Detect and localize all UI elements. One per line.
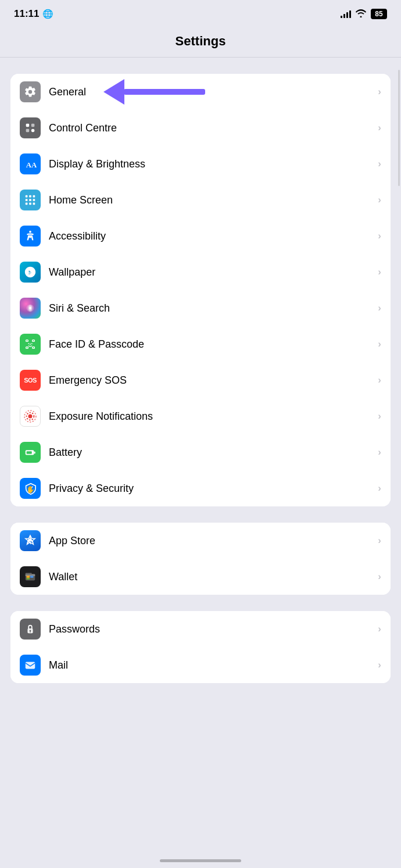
svg-rect-40 bbox=[26, 573, 32, 575]
home-bar bbox=[160, 859, 241, 862]
accessibility-label: Accessibility bbox=[49, 230, 373, 242]
svg-point-3 bbox=[31, 129, 35, 133]
scrollbar[interactable] bbox=[398, 70, 400, 186]
page-title: Settings bbox=[176, 34, 226, 49]
control-centre-chevron: › bbox=[378, 122, 381, 134]
siri-icon bbox=[20, 298, 41, 319]
accessibility-chevron: › bbox=[378, 230, 381, 242]
exposure-notifications-label: Exposure Notifications bbox=[49, 410, 373, 423]
page-title-bar: Settings bbox=[0, 24, 401, 58]
wallet-icon bbox=[20, 566, 41, 587]
face-id-label: Face ID & Passcode bbox=[49, 338, 373, 351]
svg-point-16 bbox=[27, 269, 30, 272]
app-store-label: App Store bbox=[49, 535, 373, 547]
privacy-security-label: Privacy & Security bbox=[49, 483, 373, 495]
svg-text:A: A bbox=[27, 538, 32, 546]
face-id-icon bbox=[20, 334, 41, 355]
settings-row-wallet[interactable]: Wallet › bbox=[10, 559, 391, 595]
settings-row-mail[interactable]: Mail › bbox=[10, 647, 391, 683]
svg-rect-5 bbox=[26, 195, 28, 198]
wifi-icon bbox=[356, 9, 366, 19]
wallet-label: Wallet bbox=[49, 571, 373, 583]
general-icon bbox=[20, 81, 41, 102]
settings-row-privacy-security[interactable]: ✋ Privacy & Security › bbox=[10, 470, 391, 506]
settings-row-home-screen[interactable]: Home Screen › bbox=[10, 182, 391, 218]
svg-point-14 bbox=[29, 231, 31, 233]
svg-rect-6 bbox=[29, 195, 31, 198]
settings-row-exposure-notifications[interactable]: Exposure Notifications › bbox=[10, 398, 391, 434]
emergency-sos-icon: SOS bbox=[20, 370, 41, 391]
passwords-icon bbox=[20, 619, 41, 640]
svg-rect-42 bbox=[30, 576, 34, 578]
control-centre-icon bbox=[20, 117, 41, 138]
wallpaper-label: Wallpaper bbox=[49, 266, 373, 278]
settings-row-emergency-sos[interactable]: SOS Emergency SOS › bbox=[10, 362, 391, 398]
wallpaper-icon bbox=[20, 262, 41, 283]
svg-point-25 bbox=[31, 343, 33, 344]
svg-rect-47 bbox=[26, 662, 35, 669]
svg-rect-7 bbox=[33, 195, 35, 198]
passwords-label: Passwords bbox=[49, 623, 373, 635]
svg-text:AA: AA bbox=[26, 161, 37, 169]
passwords-chevron: › bbox=[378, 623, 381, 635]
settings-row-battery[interactable]: Battery › bbox=[10, 434, 391, 470]
svg-point-24 bbox=[28, 343, 29, 344]
svg-rect-20 bbox=[26, 340, 28, 342]
svg-point-19 bbox=[29, 306, 31, 310]
settings-row-control-centre[interactable]: Control Centre › bbox=[10, 110, 391, 146]
exposure-notifications-chevron: › bbox=[378, 410, 381, 422]
svg-rect-0 bbox=[26, 124, 30, 127]
settings-section-3: Passwords › Mail › bbox=[10, 611, 391, 683]
home-screen-label: Home Screen bbox=[49, 194, 373, 206]
battery-icon bbox=[20, 442, 41, 463]
svg-rect-30 bbox=[27, 451, 32, 454]
display-brightness-chevron: › bbox=[378, 158, 381, 170]
svg-rect-12 bbox=[29, 203, 31, 205]
settings-row-app-store[interactable]: A App Store › bbox=[10, 523, 391, 559]
home-screen-chevron: › bbox=[378, 194, 381, 206]
settings-row-face-id[interactable]: Face ID & Passcode › bbox=[10, 326, 391, 362]
svg-text:✋: ✋ bbox=[26, 485, 35, 494]
privacy-security-icon: ✋ bbox=[20, 478, 41, 499]
settings-row-siri-search[interactable]: Siri & Search › bbox=[10, 290, 391, 326]
siri-search-label: Siri & Search bbox=[49, 302, 373, 315]
svg-rect-9 bbox=[29, 199, 31, 201]
settings-row-display-brightness[interactable]: AA Display & Brightness › bbox=[10, 146, 391, 182]
svg-rect-23 bbox=[33, 347, 35, 349]
svg-point-26 bbox=[28, 415, 33, 419]
settings-row-passwords[interactable]: Passwords › bbox=[10, 611, 391, 647]
svg-rect-13 bbox=[33, 203, 35, 205]
mail-chevron: › bbox=[378, 659, 381, 671]
settings-row-general[interactable]: General › bbox=[10, 74, 391, 110]
general-label: General bbox=[49, 86, 373, 98]
settings-section-1: General › Control Centre › AA Display & … bbox=[10, 74, 391, 506]
mail-label: Mail bbox=[49, 659, 373, 671]
svg-rect-22 bbox=[26, 347, 28, 349]
display-brightness-label: Display & Brightness bbox=[49, 158, 373, 170]
svg-rect-31 bbox=[34, 452, 35, 454]
app-store-icon: A bbox=[20, 530, 41, 551]
svg-rect-43 bbox=[27, 578, 30, 579]
emergency-sos-label: Emergency SOS bbox=[49, 374, 373, 387]
home-screen-icon bbox=[20, 190, 41, 210]
svg-rect-8 bbox=[26, 199, 28, 201]
svg-rect-41 bbox=[27, 576, 30, 578]
status-time: 11:11 🌐 bbox=[14, 8, 53, 20]
control-centre-label: Control Centre bbox=[49, 122, 373, 134]
siri-search-chevron: › bbox=[378, 302, 381, 314]
status-bar: 11:11 🌐 85 bbox=[0, 0, 401, 24]
svg-rect-21 bbox=[33, 340, 35, 342]
general-chevron: › bbox=[378, 86, 381, 98]
svg-rect-2 bbox=[26, 129, 30, 133]
battery-label: Battery bbox=[49, 446, 373, 459]
display-brightness-icon: AA bbox=[20, 153, 41, 174]
accessibility-icon bbox=[20, 226, 41, 247]
globe-icon: 🌐 bbox=[42, 9, 53, 19]
settings-row-accessibility[interactable]: Accessibility › bbox=[10, 218, 391, 254]
wallpaper-chevron: › bbox=[378, 266, 381, 278]
settings-row-wallpaper[interactable]: Wallpaper › bbox=[10, 254, 391, 290]
battery-indicator: 85 bbox=[371, 9, 387, 19]
emergency-sos-chevron: › bbox=[378, 374, 381, 386]
face-id-chevron: › bbox=[378, 338, 381, 350]
svg-rect-1 bbox=[31, 124, 35, 127]
